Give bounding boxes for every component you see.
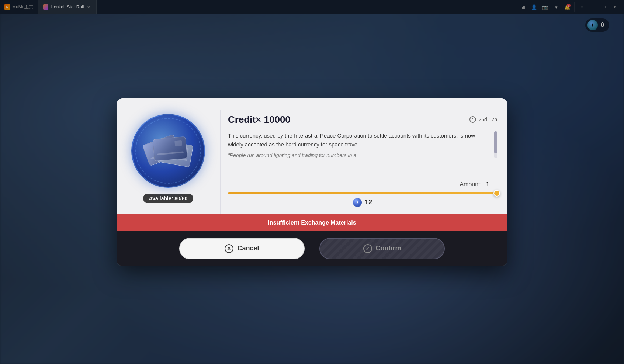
item-image <box>131 114 205 188</box>
clock-icon <box>469 116 476 123</box>
item-title: Credit× 10000 <box>228 114 291 125</box>
cancel-label: Cancel <box>237 245 259 252</box>
confirm-label: Confirm <box>376 245 401 252</box>
amount-section: Amount: 1 12 <box>220 175 507 214</box>
available-text: Available: 80/80 <box>149 195 188 201</box>
time-remaining: 26d 12h <box>469 116 497 123</box>
item-title-row: Credit× 10000 26d 12h <box>221 114 497 125</box>
item-description: This currency, used by the Interastral P… <box>221 131 497 150</box>
cancel-icon: ✕ <box>225 244 233 253</box>
amount-value: 1 <box>486 181 497 188</box>
card-stripe-2 <box>157 151 184 155</box>
info-panel: Credit× 10000 26d 12h This currency, use… <box>220 110 507 175</box>
available-badge: Available: 80/80 <box>143 194 194 203</box>
item-panel: Available: 80/80 <box>117 110 220 214</box>
warning-bar: Insufficient Exchange Materials <box>117 214 507 231</box>
item-flavor-text: "People run around fighting and trading … <box>221 152 497 158</box>
exchange-modal: Available: 80/80 Credit× 10000 26d 12h T… <box>117 98 507 266</box>
amount-row: Amount: 1 <box>228 181 497 188</box>
modal-body: Available: 80/80 Credit× 10000 26d 12h T… <box>117 98 507 214</box>
slider-fill <box>228 192 497 194</box>
scrollbar-thumb[interactable] <box>494 131 497 153</box>
credit-cards-icon <box>146 134 190 167</box>
right-panel: Credit× 10000 26d 12h This currency, use… <box>220 110 507 214</box>
description-scroll: This currency, used by the Interastral P… <box>221 131 497 159</box>
cancel-button[interactable]: ✕ Cancel <box>179 238 305 259</box>
warning-text: Insufficient Exchange Materials <box>268 219 356 226</box>
card-mid <box>153 136 188 161</box>
confirm-icon: ✓ <box>363 244 372 253</box>
card-shine-2 <box>174 140 182 146</box>
amount-slider[interactable] <box>228 192 497 194</box>
modal-footer: ✕ Cancel ✓ Confirm <box>117 231 507 266</box>
modal-overlay: Available: 80/80 Credit× 10000 26d 12h T… <box>0 0 624 364</box>
slider-thumb[interactable] <box>493 190 500 197</box>
cost-value: 12 <box>365 198 372 206</box>
amount-label: Amount: <box>460 181 482 188</box>
cost-currency-icon <box>353 198 362 207</box>
slider-track <box>228 192 497 194</box>
time-remaining-value: 26d 12h <box>478 117 497 122</box>
confirm-button[interactable]: ✓ Confirm <box>319 238 445 259</box>
cost-row: 12 <box>228 198 497 207</box>
